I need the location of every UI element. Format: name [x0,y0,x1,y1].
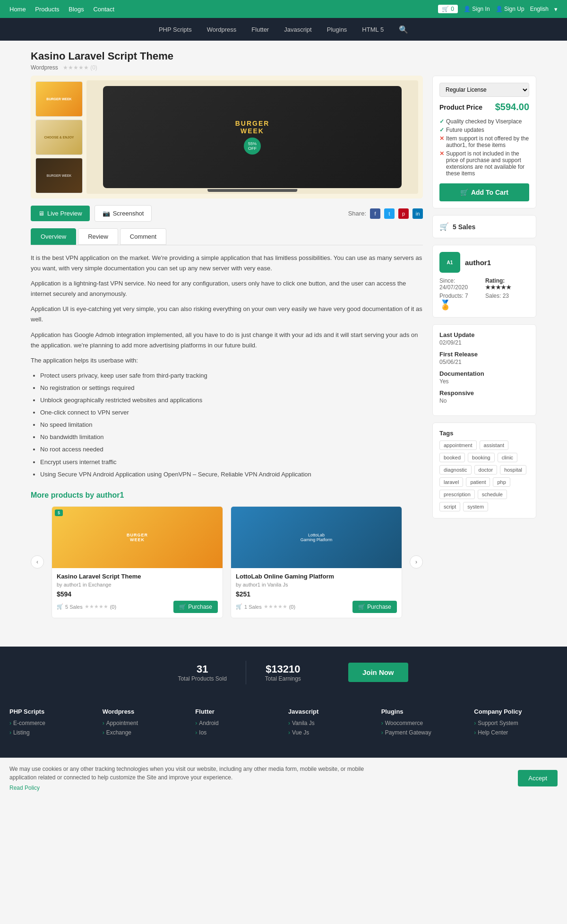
footer-col-php: PHP Scripts E-commerce Listing [9,708,93,739]
share-pinterest-button[interactable]: p [398,208,409,219]
license-select[interactable]: Regular License [439,83,529,97]
product-header: Kasino Laravel Script Theme Wordpress ★★… [31,50,536,71]
cart-icon-purchase-2: 🛒 [358,604,365,610]
screenshot-button[interactable]: 📷 Screenshot [94,205,152,222]
product-card-2-image: LottoLabGaming Platform [231,507,402,568]
gallery-thumb-3[interactable]: BURGER WEEK [35,158,83,193]
language-selector[interactable]: English [530,6,549,12]
footer-stats: 31 Total Products Sold $13210 Total Earn… [9,661,558,684]
tab-overview[interactable]: Overview [31,228,76,245]
footer-link-appointment[interactable]: Appointment [103,720,186,726]
add-to-cart-button[interactable]: 🛒 Add To Cart [439,183,529,201]
tag-schedule[interactable]: schedule [478,490,507,499]
footer-link-help[interactable]: Help Center [474,729,558,736]
cookie-bar: We may use cookies or any other tracking… [0,758,567,799]
tag-clinic[interactable]: clinic [498,453,517,462]
tag-script[interactable]: script [439,502,460,511]
cookie-accept-button[interactable]: Accept [518,770,558,786]
products-carousel: ‹ BURGER WEEK $ [31,506,423,618]
tag-system[interactable]: system [463,502,488,511]
footer-link-ios[interactable]: Ios [195,729,279,736]
action-buttons: 🖥 Live Preview 📷 Screenshot Share: f t p… [31,205,423,222]
gallery-thumb-1[interactable]: BURGER WEEK [35,81,83,117]
tag-appointment[interactable]: appointment [439,440,477,450]
monitor-display: BURGER WEEK 55%OFF [103,86,402,188]
purchase-button-1[interactable]: 🛒 Purchase [173,601,218,613]
share-facebook-button[interactable]: f [370,208,380,219]
tag-doctor[interactable]: doctor [474,465,498,475]
lang-chevron-icon: ▾ [554,6,558,13]
carousel-next-button[interactable]: › [410,555,423,569]
footer-link-vanila[interactable]: Vanila Js [288,720,372,726]
price-value: $594.00 [495,102,529,112]
footer-link-android[interactable]: Android [195,720,279,726]
gallery-thumb-2[interactable]: CHOOSE & ENJOY [35,120,83,155]
tab-comment[interactable]: Comment [120,228,166,245]
product-card-2: LottoLabGaming Platform LottoLab Online … [231,506,402,618]
image-gallery: BURGER WEEK CHOOSE & ENJOY BURGER WEEK [31,76,423,199]
footer-links: PHP Scripts E-commerce Listing Wordpress… [9,699,558,748]
tab-review[interactable]: Review [78,228,118,245]
signin-link[interactable]: 👤 Sign In [464,6,490,12]
tag-diagnostic[interactable]: diagnostic [439,465,472,475]
tag-patient[interactable]: patient [466,477,490,487]
footer-link-payment[interactable]: Payment Gateway [381,729,465,736]
sales-cart-icon: 🛒 [439,222,449,231]
footer-link-exchange[interactable]: Exchange [103,729,186,736]
footer-link-ecommerce[interactable]: E-commerce [9,720,93,726]
product-card-1: BURGER WEEK $ Kasino Laravel Script Them… [52,506,223,618]
tag-booked[interactable]: booked [439,453,465,462]
share-linkedin-button[interactable]: in [412,208,423,219]
author-sales: Sales: 23 [485,293,529,299]
footer-link-support[interactable]: Support System [474,720,558,726]
footer-link-woocommerce[interactable]: Woocommerce [381,720,465,726]
desc-p4: Application has Google Admob integration… [31,330,423,351]
desc-p2: Application is a lightning-fast VPN serv… [31,278,423,299]
nav-home[interactable]: Home [9,6,26,13]
product-card-2-sales: 🛒 1 Sales ★★★★★ (0) [236,604,295,610]
nav-contact[interactable]: Contact [93,6,114,13]
tag-assistant[interactable]: assistant [480,440,508,450]
cart-icon-purchase: 🛒 [179,604,186,610]
product-title: Kasino Laravel Script Theme [31,50,536,62]
meta-documentation: Documentation Yes [439,370,529,385]
product-stars: ★★★★★ (0) [63,64,97,71]
product-left: BURGER WEEK CHOOSE & ENJOY BURGER WEEK [31,76,423,618]
tag-prescription[interactable]: prescription [439,490,475,499]
read-policy-link[interactable]: Read Policy [9,784,387,792]
live-preview-button[interactable]: 🖥 Live Preview [31,206,90,221]
nav-wordpress[interactable]: Wordpress [207,26,237,33]
tag-laravel[interactable]: laravel [439,477,463,487]
nav-products[interactable]: Products [35,6,59,13]
carousel-prev-button[interactable]: ‹ [31,555,44,569]
product-card-2-footer: 🛒 1 Sales ★★★★★ (0) 🛒 Purchase [236,601,397,613]
gallery-main-image[interactable]: BURGER WEEK 55%OFF [86,80,418,194]
nav-javascript[interactable]: Javascript [284,26,312,33]
nav-blogs[interactable]: Blogs [69,6,84,13]
tag-hospital[interactable]: hospital [500,465,526,475]
desc-p5: The application helps its userbase with: [31,355,423,366]
footer-link-vue[interactable]: Vue Js [288,729,372,736]
tag-php[interactable]: php [493,477,510,487]
product-tabs: Overview Review Comment [31,228,423,245]
footer-link-listing[interactable]: Listing [9,729,93,736]
tag-booking[interactable]: booking [468,453,495,462]
nav-html5[interactable]: HTML 5 [362,26,384,33]
cart-badge[interactable]: 🛒 0 [438,5,458,13]
signup-link[interactable]: 👤 Sign Up [496,6,524,12]
purchase-button-2[interactable]: 🛒 Purchase [352,601,397,613]
feature-2: ✓Future updates [439,126,529,134]
secondary-navigation: PHP Scripts Wordpress Flutter Javascript… [0,18,567,41]
nav-flutter[interactable]: Flutter [251,26,269,33]
share-label: Share: [348,210,366,217]
nav-plugins[interactable]: Plugins [327,26,347,33]
search-icon[interactable]: 🔍 [399,25,408,34]
tags-box: Tags appointment assistant booked bookin… [432,423,536,518]
join-now-button[interactable]: Join Now [348,663,408,682]
share-twitter-button[interactable]: t [384,208,395,219]
footer-col-javascript: Javascript Vanila Js Vue Js [288,708,372,739]
footer-dark: 31 Total Products Sold $13210 Total Earn… [0,647,567,758]
top-nav-links: Home Products Blogs Contact [9,6,122,13]
nav-php-scripts[interactable]: PHP Scripts [159,26,192,33]
product-cards-list: BURGER WEEK $ Kasino Laravel Script Them… [52,506,402,618]
